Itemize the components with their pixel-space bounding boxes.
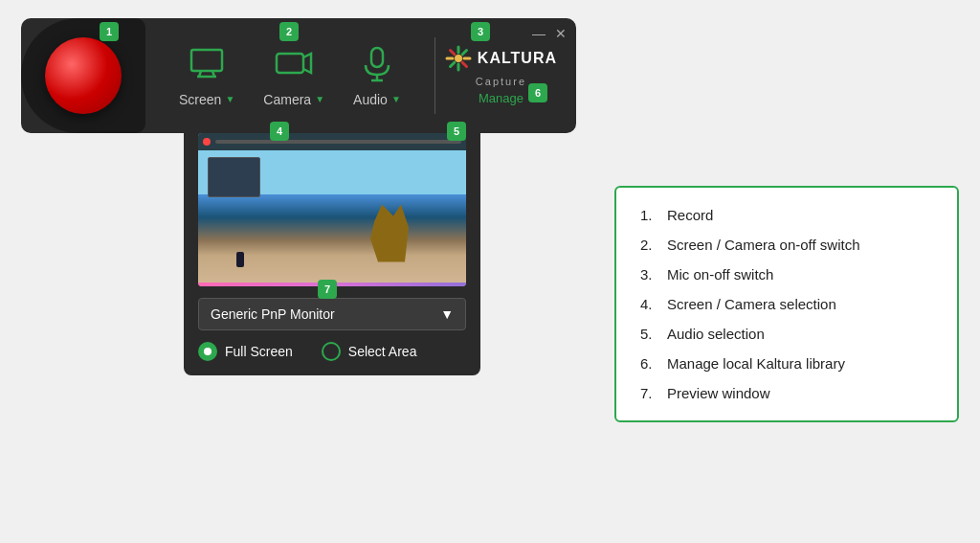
info-panel: 1. Record 2. Screen / Camera on-off swit… (614, 186, 959, 422)
monitor-select-chevron: ▼ (440, 306, 454, 322)
list-item: 3. Mic on-off switch (640, 266, 933, 283)
badge-6: 6 (528, 83, 547, 102)
svg-rect-4 (277, 54, 303, 73)
screen-label: Screen ▼ (179, 92, 234, 107)
controls-divider (434, 37, 435, 114)
svg-rect-5 (371, 48, 383, 67)
badge-1: 1 (100, 22, 119, 41)
monitor-select-label: Generic PnP Monitor (211, 306, 335, 322)
audio-label: Audio ▼ (353, 92, 401, 107)
main-container: Screen ▼ Camera ▼ (21, 18, 959, 526)
camera-chevron: ▼ (315, 94, 324, 104)
full-screen-radio-circle (198, 342, 217, 361)
screen-icon (188, 44, 226, 86)
badge-7: 7 (318, 280, 337, 299)
list-item: 2. Screen / Camera on-off switch (640, 237, 933, 253)
audio-control[interactable]: Audio ▼ (353, 44, 401, 107)
controls-group: Screen ▼ Camera ▼ (155, 44, 425, 107)
select-area-radio[interactable]: Select Area (322, 342, 417, 361)
svg-point-8 (455, 55, 462, 62)
screen-control[interactable]: Screen ▼ (179, 44, 234, 107)
list-item: 4. Screen / Camera selection (640, 296, 933, 312)
list-item: 7. Preview window (640, 385, 933, 401)
svg-line-15 (462, 51, 466, 55)
kaltura-logo: KALTURA (445, 45, 557, 72)
monitor-select[interactable]: Generic PnP Monitor ▼ (198, 298, 466, 330)
preview-toolbar-bar (198, 133, 466, 150)
kaltura-capture-label: Capture (476, 76, 526, 87)
window-controls: — ✕ (532, 26, 567, 41)
badge-3: 3 (471, 22, 490, 41)
radio-row: Full Screen Select Area (198, 342, 466, 361)
badge-2: 2 (279, 22, 299, 41)
preview-toolbar-lines (215, 140, 461, 144)
close-button[interactable]: ✕ (555, 26, 567, 41)
svg-line-16 (450, 62, 454, 66)
minimize-button[interactable]: — (532, 26, 546, 41)
preview-record-dot (203, 138, 211, 146)
list-item: 6. Manage local Kaltura library (640, 355, 933, 372)
screen-chevron: ▼ (225, 94, 234, 104)
svg-line-14 (462, 62, 466, 66)
svg-rect-0 (191, 50, 222, 71)
camera-icon (275, 44, 313, 86)
camera-label: Camera ▼ (263, 92, 324, 107)
list-item: 5. Audio selection (640, 326, 933, 342)
kaltura-text: KALTURA (478, 50, 557, 67)
preview-panel: Generic PnP Monitor ▼ Full Screen Select… (184, 119, 480, 375)
kaltura-icon (445, 45, 472, 72)
camera-control[interactable]: Camera ▼ (263, 44, 324, 107)
badge-4: 4 (270, 122, 289, 141)
rock-formation (370, 205, 409, 262)
audio-chevron: ▼ (391, 94, 401, 104)
record-pill (21, 18, 145, 133)
list-item: 1. Record (640, 207, 933, 223)
preview-camera-thumb (208, 157, 260, 197)
record-button[interactable] (45, 37, 122, 114)
select-area-label: Select Area (348, 344, 417, 359)
manage-link[interactable]: Manage (479, 91, 523, 105)
full-screen-label: Full Screen (225, 344, 293, 359)
mic-icon (358, 44, 396, 86)
select-area-radio-circle (322, 342, 341, 361)
svg-line-13 (450, 51, 454, 55)
full-screen-radio[interactable]: Full Screen (198, 342, 293, 361)
badge-5: 5 (447, 122, 466, 141)
preview-image (198, 133, 466, 286)
person-silhouette (236, 252, 244, 267)
info-list: 1. Record 2. Screen / Camera on-off swit… (640, 207, 933, 401)
